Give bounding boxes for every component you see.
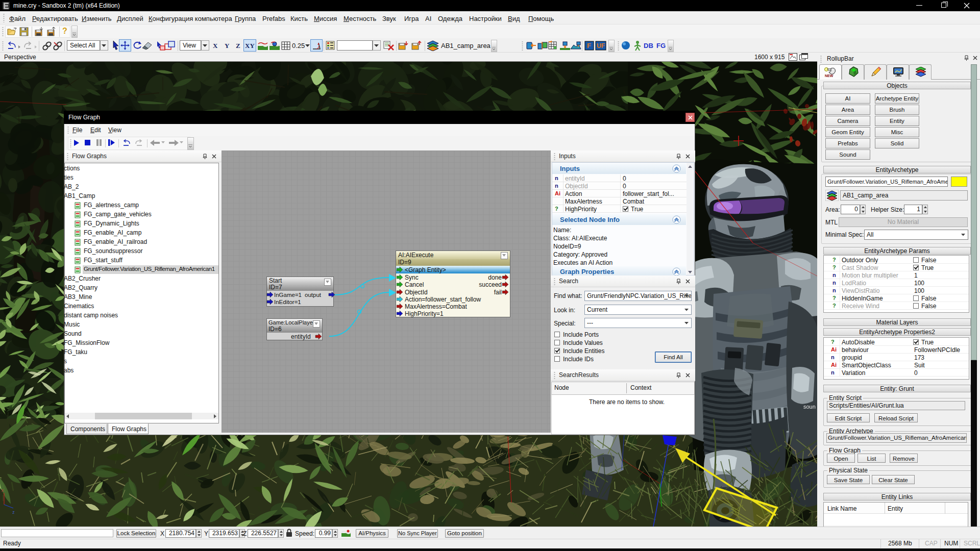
svg-text:z: z: [12, 510, 15, 515]
svg-text:UF: UF: [597, 42, 605, 49]
svg-text:NEW: NEW: [825, 74, 834, 78]
svg-text:F: F: [587, 42, 591, 49]
svg-text:x: x: [2, 488, 4, 493]
svg-text:soun: soun: [803, 404, 816, 410]
